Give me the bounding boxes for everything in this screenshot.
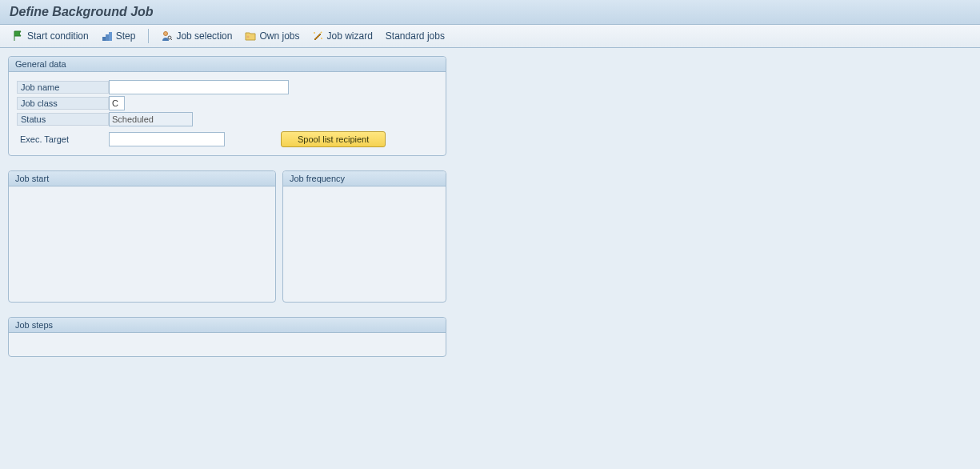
content-area: General data Job name Job class Status E… [0,48,980,379]
job-selection-button[interactable]: Job selection [157,29,237,43]
job-name-label: Job name [17,81,109,94]
job-steps-title: Job steps [9,318,446,333]
svg-point-8 [321,38,322,39]
person-search-icon [162,30,173,42]
start-condition-button[interactable]: Start condition [8,29,94,43]
standard-jobs-label: Standard jobs [386,30,445,42]
job-start-body [9,186,275,199]
status-label: Status [17,113,109,126]
spool-list-recipient-button[interactable]: Spool list recipient [281,131,386,147]
toolbar: Start condition Step Job selection Own j… [0,25,980,48]
job-class-label: Job class [17,97,109,110]
start-condition-label: Start condition [27,30,89,42]
svg-point-3 [164,32,168,36]
job-steps-panel: Job steps [8,317,446,357]
exec-target-input[interactable] [109,132,225,146]
job-frequency-body [283,186,446,199]
svg-rect-1 [106,34,109,41]
job-frequency-panel: Job frequency [282,170,446,303]
job-start-title: Job start [9,171,275,186]
general-data-panel: General data Job name Job class Status E… [8,56,446,156]
svg-point-6 [247,36,250,38]
job-frequency-title: Job frequency [283,171,446,186]
status-input [109,112,193,126]
svg-point-4 [168,36,171,39]
standard-jobs-button[interactable]: Standard jobs [381,29,450,43]
job-class-input[interactable] [109,96,125,110]
job-name-input[interactable] [109,80,289,94]
job-wizard-button[interactable]: Job wizard [307,29,377,43]
flag-icon [13,30,24,42]
step-button[interactable]: Step [97,29,141,43]
own-jobs-label: Own jobs [259,30,299,42]
folder-person-icon [245,30,256,42]
svg-rect-0 [102,37,106,41]
step-icon [102,30,113,42]
job-selection-label: Job selection [176,30,232,42]
wizard-icon [312,30,323,42]
job-wizard-label: Job wizard [326,30,372,42]
job-start-panel: Job start [8,170,276,303]
job-steps-body [9,333,446,346]
toolbar-separator [148,29,149,43]
step-label: Step [116,30,136,42]
general-data-title: General data [9,57,446,72]
svg-line-5 [171,39,173,41]
svg-rect-2 [109,32,112,41]
exec-target-label: Exec. Target [17,134,109,145]
own-jobs-button[interactable]: Own jobs [240,29,304,43]
svg-point-7 [314,32,315,34]
page-title: Define Background Job [0,0,980,25]
